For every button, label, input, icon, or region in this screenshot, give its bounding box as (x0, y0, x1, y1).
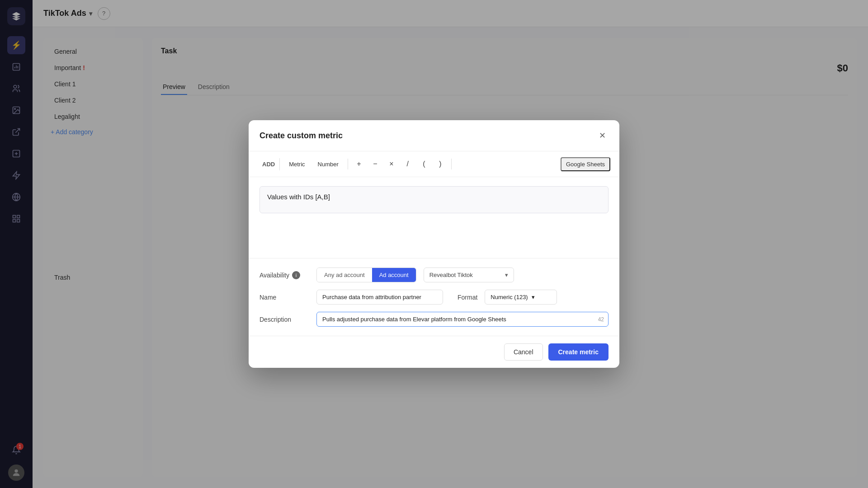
toolbar-divider-2 (451, 159, 452, 169)
modal-title: Create custom metric (259, 131, 343, 141)
format-dropdown[interactable]: Numeric (123) ▾ (485, 290, 557, 305)
availability-row: Availability i Any ad account Ad account… (259, 267, 609, 282)
char-count: 42 (598, 316, 604, 323)
divide-op-btn[interactable]: / (401, 157, 415, 171)
any-ad-account-btn[interactable]: Any ad account (317, 268, 372, 282)
modal-fields-section: Availability i Any ad account Ad account… (249, 258, 619, 336)
description-input[interactable] (316, 312, 609, 327)
format-dropdown-arrow-icon: ▾ (532, 294, 535, 300)
google-sheets-btn[interactable]: Google Sheets (561, 157, 610, 171)
name-label: Name (259, 294, 309, 301)
availability-toggle: Any ad account Ad account (316, 267, 416, 282)
modal-header: Create custom metric ✕ (249, 120, 619, 151)
ad-account-dropdown[interactable]: Revealbot Tiktok ▾ (424, 267, 514, 282)
ad-account-btn[interactable]: Ad account (372, 268, 416, 282)
name-input[interactable] (316, 290, 443, 305)
name-format-row: Name Format Numeric (123) ▾ (259, 290, 609, 305)
times-op-btn[interactable]: × (384, 157, 399, 171)
dropdown-arrow-icon: ▾ (505, 272, 508, 278)
create-metric-modal: Create custom metric ✕ ADD Metric Number… (249, 120, 619, 368)
close-paren-btn[interactable]: ) (433, 157, 448, 171)
description-input-wrap: 42 (316, 312, 609, 327)
number-btn[interactable]: Number (312, 158, 344, 170)
add-label: ADD (258, 158, 280, 170)
toolbar-divider-1 (348, 159, 348, 169)
plus-op-btn[interactable]: + (352, 157, 366, 171)
create-metric-button[interactable]: Create metric (548, 343, 609, 361)
description-row: Description 42 (259, 312, 609, 327)
metric-btn[interactable]: Metric (283, 158, 310, 170)
open-paren-btn[interactable]: ( (417, 157, 431, 171)
modal-overlay[interactable]: Create custom metric ✕ ADD Metric Number… (0, 0, 868, 488)
formula-area: Values with IDs [A,B] (249, 177, 619, 258)
minus-op-btn[interactable]: − (368, 157, 382, 171)
description-label: Description (259, 316, 309, 323)
cancel-button[interactable]: Cancel (504, 343, 543, 361)
modal-toolbar: ADD Metric Number + − × / ( ) Google She… (249, 151, 619, 177)
close-button[interactable]: ✕ (596, 129, 609, 142)
format-label: Format (458, 294, 477, 301)
formula-display: Values with IDs [A,B] (259, 186, 609, 213)
modal-footer: Cancel Create metric (249, 336, 619, 368)
availability-label: Availability i (259, 271, 309, 279)
availability-info-icon[interactable]: i (292, 271, 300, 279)
